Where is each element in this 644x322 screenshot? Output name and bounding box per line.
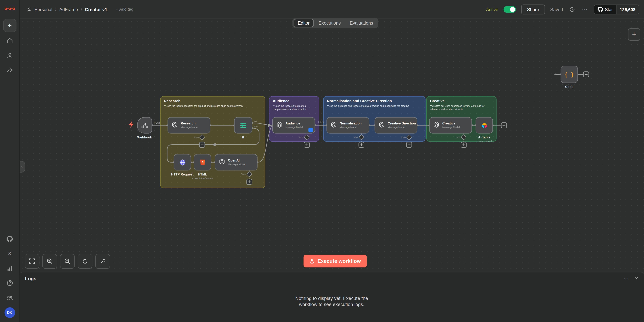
execute-workflow-button[interactable]: Execute workflow	[304, 255, 367, 268]
top-bar: Personal / AdFrame / Creator v1 + Add ta…	[19, 0, 644, 19]
breadcrumb-separator: /	[81, 7, 82, 12]
node-sublabel: Message Model	[228, 163, 245, 166]
tab-evaluations[interactable]: Evaluations	[346, 19, 377, 27]
openai-icon	[276, 122, 283, 129]
logs-panel: Logs ⋯ Nothing to display yet. Execute t…	[19, 272, 644, 322]
node-openai[interactable]: OpenAIMessage Model	[215, 154, 258, 170]
active-toggle[interactable]	[504, 6, 516, 12]
node-label: Research	[181, 122, 198, 126]
trigger-bolt-icon	[129, 121, 134, 130]
github-star-label: Star	[605, 7, 613, 12]
node-creative[interactable]: CreativeMessage Model	[429, 117, 472, 134]
node-sublabel: Message Model	[340, 126, 362, 129]
more-options-icon[interactable]: ⋯	[581, 6, 588, 13]
active-label: Active	[486, 7, 498, 12]
shared-icon[interactable]	[4, 64, 16, 76]
workflow-name[interactable]: Creator v1	[85, 7, 107, 12]
node-sublabel: Message Model	[286, 126, 303, 129]
group-title: Audience	[273, 99, 316, 103]
zoom-out-button[interactable]	[60, 254, 75, 269]
connections-layer: POST true false 1 item Tools Tools Tools…	[19, 18, 644, 272]
node-label: Creative Direction	[388, 122, 416, 126]
logs-collapse-chevron-icon[interactable]	[634, 275, 639, 282]
node-if[interactable]: If	[234, 117, 252, 134]
node-operation: create: record	[477, 140, 492, 143]
node-operation: extractHtmlContent	[192, 177, 213, 180]
user-avatar[interactable]: DK	[4, 307, 15, 318]
group-title: Research	[164, 99, 262, 103]
insights-icon[interactable]	[4, 262, 16, 274]
logs-header[interactable]: Logs ⋯	[19, 272, 644, 284]
breadcrumb: Personal / AdFrame / Creator v1 + Add ta…	[26, 0, 133, 18]
app-window: Personal / AdFrame / Creator v1 + Add ta…	[0, 0, 644, 322]
node-code[interactable]: { } Code	[561, 66, 578, 83]
github-star-widget[interactable]: Star 126,608	[594, 4, 639, 14]
group-description: **Use the audience and research to give …	[327, 104, 422, 108]
node-creative-direction[interactable]: Creative DirectionMessage Model	[374, 117, 418, 134]
tab-executions[interactable]: Executions	[314, 19, 345, 27]
github-star-button[interactable]: Star	[594, 5, 616, 14]
personal-icon[interactable]	[4, 49, 16, 62]
node-label: Normalisation	[340, 122, 362, 126]
code-braces-icon: { }	[564, 71, 574, 78]
add-node-button[interactable]: +	[628, 28, 640, 40]
n8n-workflow-editor: Personal / AdFrame / Creator v1 + Add ta…	[0, 0, 644, 322]
left-sidebar: + X DK	[0, 0, 20, 322]
help-icon[interactable]	[4, 277, 16, 289]
panel-expander-chevron[interactable]: ›	[19, 161, 25, 172]
node-webhook[interactable]: Webhook	[137, 117, 152, 134]
webhook-icon	[141, 122, 148, 128]
openai-icon	[379, 122, 385, 129]
x-social-icon[interactable]: X	[4, 248, 16, 260]
tidy-up-wand-button[interactable]	[95, 254, 110, 269]
zoom-in-button[interactable]	[42, 254, 57, 269]
history-icon[interactable]	[568, 6, 576, 13]
community-users-icon[interactable]	[4, 292, 16, 304]
n8n-logo[interactable]	[4, 6, 15, 14]
html5-icon: 5	[199, 159, 206, 166]
add-tag-button[interactable]: + Add tag	[116, 7, 133, 12]
workflow-canvas[interactable]: Research **Uses the topic to research th…	[19, 18, 644, 272]
share-button[interactable]: Share	[521, 4, 545, 14]
logs-more-icon[interactable]: ⋯	[624, 276, 629, 282]
flask-icon	[309, 258, 315, 264]
svg-text:5: 5	[202, 160, 204, 164]
audience-tool-badge[interactable]	[308, 128, 313, 132]
create-new-button[interactable]: +	[3, 19, 16, 32]
community-octocat-icon[interactable]	[4, 232, 16, 245]
openai-icon	[172, 122, 178, 129]
node-sublabel: Message Model	[181, 126, 198, 129]
node-caption: Webhook	[137, 136, 152, 139]
group-description: **Uses the research to create a comprehe…	[273, 104, 316, 111]
webhook-method-label: POST	[154, 122, 160, 124]
github-icon	[598, 6, 603, 12]
openai-icon	[331, 122, 337, 129]
header-actions: Active Share Saved ⋯ Star 126,608	[486, 0, 639, 18]
breadcrumb-project[interactable]: Personal	[34, 7, 52, 12]
logs-empty-state: Nothing to display yet. Execute the work…	[19, 296, 644, 308]
openai-icon	[433, 122, 440, 129]
zoom-to-fit-button[interactable]	[24, 254, 40, 269]
node-caption: HTTP Request	[171, 172, 194, 176]
node-http-request[interactable]: HTTP Request	[174, 154, 191, 170]
node-airtable[interactable]: Airtablecreate: record	[476, 117, 493, 134]
node-label: Creative	[442, 122, 460, 126]
node-research[interactable]: ResearchMessage Model	[168, 117, 210, 134]
node-caption: Airtablecreate: record	[477, 136, 492, 142]
logs-title: Logs	[25, 276, 36, 281]
home-icon[interactable]	[4, 34, 16, 47]
globe-icon	[179, 159, 186, 166]
breadcrumb-folder[interactable]: AdFrame	[59, 7, 78, 12]
view-tabs: Editor Executions Evaluations	[292, 18, 378, 28]
group-description: **Creates ad. Uses superbase to view las…	[430, 104, 493, 111]
group-description: **Uses the topic to research the product…	[164, 104, 262, 108]
airtable-icon	[481, 122, 488, 128]
tab-editor[interactable]: Editor	[294, 19, 314, 27]
group-title: Normalisation and Creative Direction	[327, 99, 422, 103]
node-normalisation[interactable]: NormalisationMessage Model	[326, 117, 369, 134]
node-caption: HTMLextractHtmlContent	[192, 172, 213, 180]
node-html[interactable]: 5 HTMLextractHtmlContent	[194, 154, 211, 170]
node-label: Audience	[286, 122, 303, 126]
openai-icon	[219, 158, 225, 166]
reset-view-button[interactable]	[78, 254, 92, 269]
